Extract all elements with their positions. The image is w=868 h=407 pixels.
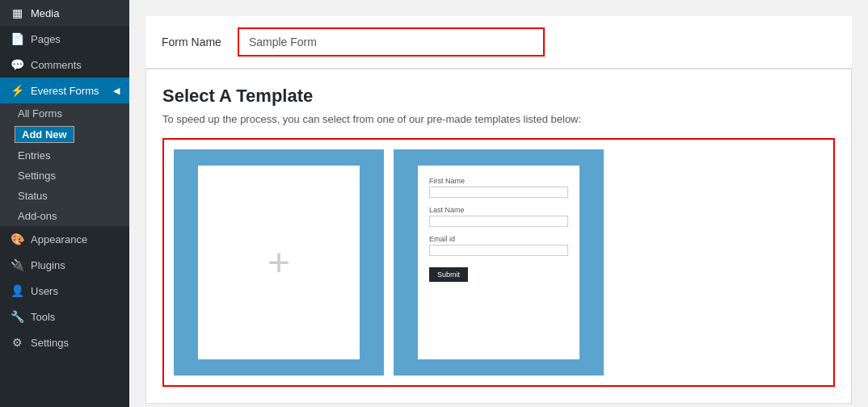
sample-field-first-name: First Name [429, 177, 568, 198]
tools-icon: 🔧 [10, 310, 24, 323]
blank-template-inner: + [198, 166, 360, 359]
sidebar-item-pages[interactable]: 📄 Pages [0, 26, 129, 52]
sample-submit-button[interactable]: Submit [429, 267, 468, 282]
sample-field-email: Email id [429, 235, 568, 256]
sample-field-input-email [429, 245, 568, 256]
sidebar-item-label: Plugins [31, 259, 65, 271]
sample-field-last-name: Last Name [429, 206, 568, 227]
sidebar-item-label: Appearance [31, 233, 87, 245]
sample-field-label-email: Email id [429, 235, 568, 243]
template-section: Select A Template To speed up the proces… [145, 69, 852, 404]
sample-field-label-last-name: Last Name [429, 206, 568, 214]
sidebar-item-plugins[interactable]: 🔌 Plugins [0, 252, 129, 278]
settings-icon: ⚙ [10, 336, 24, 349]
form-name-row: Form Name [145, 16, 852, 69]
submenu-entries[interactable]: Entries [10, 145, 129, 166]
submenu-status[interactable]: Status [10, 186, 129, 206]
plugins-icon: 🔌 [10, 258, 24, 271]
sidebar-item-comments[interactable]: 💬 Comments [0, 52, 129, 78]
comments-icon: 💬 [10, 58, 24, 71]
blank-template-card[interactable]: + [174, 149, 384, 376]
sample-field-label-first-name: First Name [429, 177, 568, 185]
sidebar-item-everest-forms[interactable]: ⚡ Everest Forms ◀ [0, 78, 129, 103]
users-icon: 👤 [10, 284, 24, 297]
sidebar-item-label: Everest Forms [31, 85, 99, 97]
plus-icon: + [268, 243, 290, 282]
sidebar-item-label: Users [31, 285, 58, 297]
submenu-settings[interactable]: Settings [10, 166, 129, 186]
sidebar-item-label: Pages [31, 33, 61, 45]
sidebar-item-label: Tools [31, 311, 55, 323]
sidebar-item-label: Comments [31, 59, 82, 71]
sample-field-input-last-name [429, 216, 568, 227]
submenu-all-forms[interactable]: All Forms [10, 103, 129, 124]
form-name-input[interactable] [238, 27, 545, 57]
pages-icon: 📄 [10, 32, 24, 45]
everest-forms-icon: ⚡ [10, 84, 24, 97]
sidebar: ▦ Media 📄 Pages 💬 Comments ⚡ Everest For… [0, 0, 129, 407]
template-section-subtitle: To speed up the process, you can select … [162, 113, 835, 125]
sidebar-item-label: Media [31, 7, 59, 19]
sidebar-item-media[interactable]: ▦ Media [0, 0, 129, 26]
submenu-add-new[interactable]: Add New [15, 126, 74, 143]
submenu-add-ons[interactable]: Add-ons [10, 206, 129, 226]
sidebar-item-appearance[interactable]: 🎨 Appearance [0, 226, 129, 252]
form-name-label: Form Name [162, 36, 221, 48]
sample-field-input-first-name [429, 187, 568, 198]
main-content: Form Name Select A Template To speed up … [129, 0, 868, 407]
everest-forms-submenu: All Forms Add New Entries Settings Statu… [0, 103, 129, 226]
sidebar-item-tools[interactable]: 🔧 Tools [0, 304, 129, 329]
sidebar-item-settings[interactable]: ⚙ Settings [0, 329, 129, 355]
appearance-icon: 🎨 [10, 233, 24, 245]
sidebar-item-label: Settings [31, 337, 69, 349]
templates-grid: + First Name Last Name Email id [162, 138, 835, 387]
template-section-title: Select A Template [162, 86, 835, 107]
media-icon: ▦ [10, 6, 24, 19]
sample-form-card[interactable]: First Name Last Name Email id Submit [394, 149, 604, 376]
sidebar-item-users[interactable]: 👤 Users [0, 278, 129, 304]
sample-form-inner: First Name Last Name Email id Submit [418, 166, 579, 359]
chevron-right-icon: ◀ [113, 86, 120, 96]
